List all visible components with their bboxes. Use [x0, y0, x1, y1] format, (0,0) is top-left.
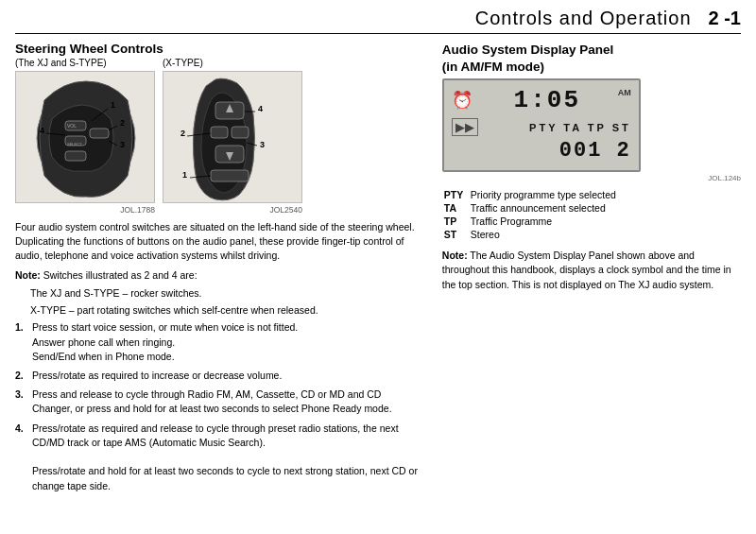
- indent2: X-TYPE – part rotating switches which se…: [30, 303, 420, 318]
- xj-label: (The XJ and S-TYPE): [15, 58, 107, 68]
- right-note-label: Note:: [442, 250, 468, 261]
- list-item-num: 3.: [15, 388, 28, 416]
- lcd-labels: PTY TA TP ST: [484, 122, 631, 133]
- lcd-bottom-row: ▶▶ PTY TA TP ST: [452, 118, 631, 136]
- indent1: The XJ and S-TYPE – rocker switches.: [30, 286, 420, 301]
- legend-row: TPTraffic Programme: [442, 215, 741, 228]
- lcd-value: 001 2: [559, 139, 631, 163]
- legend-abbr: PTY: [442, 188, 469, 201]
- right-note-text: The Audio System Display Panel shown abo…: [442, 250, 731, 289]
- xj-diagram-image: 1 2 3 4 VOL SELECT: [15, 71, 155, 203]
- list-item-num: 2.: [15, 369, 28, 383]
- list-item-text: Press/rotate as required to increase or …: [32, 369, 420, 383]
- legend-abbr: TA: [442, 201, 469, 215]
- svg-rect-5: [65, 151, 86, 161]
- legend-row: TATraffic announcement selected: [442, 201, 741, 215]
- lcd-caption: JOL.124b: [442, 174, 741, 182]
- diagrams-row: (The XJ and S-TYPE): [15, 58, 420, 215]
- lcd-display: ⏰ 1:05 AM ▶▶ PTY TA TP ST 001 2: [442, 78, 641, 172]
- body-text-main: Four audio system control switches are s…: [15, 220, 420, 264]
- left-column: Steering Wheel Controls (The XJ and S-TY…: [15, 42, 420, 498]
- header-page: 2 -1: [709, 8, 741, 29]
- xt-diagram-image: 4 2 3 1: [163, 71, 302, 203]
- legend-abbr: TP: [442, 215, 469, 228]
- note1: Note: Switches illustrated as 2 and 4 ar…: [15, 268, 420, 283]
- svg-text:3: 3: [260, 140, 265, 149]
- xj-caption: JOL.1788: [120, 205, 155, 215]
- lcd-top-row: ⏰ 1:05 AM: [452, 86, 631, 114]
- page-header: Controls and Operation 2 -1: [15, 8, 741, 34]
- legend-row: PTYPriority programme type selected: [442, 188, 741, 201]
- lcd-time: 1:05: [476, 86, 618, 114]
- numbered-list: 1.Press to start voice session, or mute …: [15, 320, 420, 492]
- list-item-text: Press/rotate as required and release to …: [32, 422, 420, 493]
- svg-text:2: 2: [180, 129, 185, 138]
- svg-text:VOL: VOL: [67, 123, 77, 129]
- xt-diagram-block: (X-TYPE): [163, 58, 302, 215]
- note1-label: Note:: [15, 269, 41, 281]
- list-item-num: 4.: [15, 422, 28, 493]
- header-title: Controls and Operation: [475, 8, 692, 29]
- svg-text:2: 2: [120, 118, 125, 128]
- list-item-num: 1.: [15, 320, 28, 364]
- lcd-value-row: 001 2: [452, 139, 631, 163]
- legend-description: Stereo: [469, 228, 741, 241]
- tape-icon: ▶▶: [452, 118, 478, 136]
- legend-description: Traffic announcement selected: [469, 201, 741, 215]
- svg-text:SELECT: SELECT: [67, 142, 82, 146]
- lcd-ampm: AM: [618, 88, 631, 97]
- list-item: 2.Press/rotate as required to increase o…: [15, 369, 420, 383]
- right-note: Note: The Audio System Display Panel sho…: [442, 249, 741, 292]
- audio-panel-subtitle: (in AM/FM mode): [442, 60, 544, 74]
- xj-diagram-block: (The XJ and S-TYPE): [15, 58, 155, 215]
- list-item: 4.Press/rotate as required and release t…: [15, 422, 420, 493]
- list-item: 3.Press and release to cycle through Rad…: [15, 388, 420, 416]
- svg-rect-24: [211, 170, 249, 181]
- svg-text:4: 4: [258, 104, 263, 113]
- list-item-text: Press to start voice session, or mute wh…: [32, 320, 420, 364]
- right-column: Audio System Display Panel (in AM/FM mod…: [433, 42, 741, 498]
- audio-panel-title: Audio System Display Panel: [442, 43, 614, 57]
- section-heading-swc: Steering Wheel Controls: [15, 42, 420, 56]
- xt-label: (X-TYPE): [163, 58, 203, 68]
- audio-panel-heading: Audio System Display Panel (in AM/FM mod…: [442, 42, 741, 75]
- note1-text: Switches illustrated as 2 and 4 are:: [41, 269, 198, 281]
- legend-row: STStereo: [442, 228, 741, 241]
- svg-text:4: 4: [40, 126, 44, 135]
- svg-text:1: 1: [182, 170, 187, 180]
- svg-rect-21: [232, 127, 249, 138]
- clock-icon: ⏰: [452, 90, 472, 111]
- list-item: 1.Press to start voice session, or mute …: [15, 320, 420, 364]
- svg-rect-6: [90, 129, 109, 138]
- list-item-text: Press and release to cycle through Radio…: [32, 388, 420, 416]
- legend-abbr: ST: [442, 228, 469, 241]
- svg-text:3: 3: [120, 140, 125, 149]
- audio-panel-section: Audio System Display Panel (in AM/FM mod…: [442, 42, 741, 292]
- xt-caption: JOL2540: [270, 205, 303, 215]
- legend-table: PTYPriority programme type selectedTATra…: [442, 188, 741, 241]
- svg-rect-20: [211, 127, 228, 138]
- legend-description: Priority programme type selected: [469, 188, 741, 201]
- legend-description: Traffic Programme: [469, 215, 741, 228]
- svg-text:1: 1: [111, 100, 115, 110]
- main-content: Steering Wheel Controls (The XJ and S-TY…: [15, 42, 741, 498]
- page: Controls and Operation 2 -1 Steering Whe…: [0, 0, 756, 508]
